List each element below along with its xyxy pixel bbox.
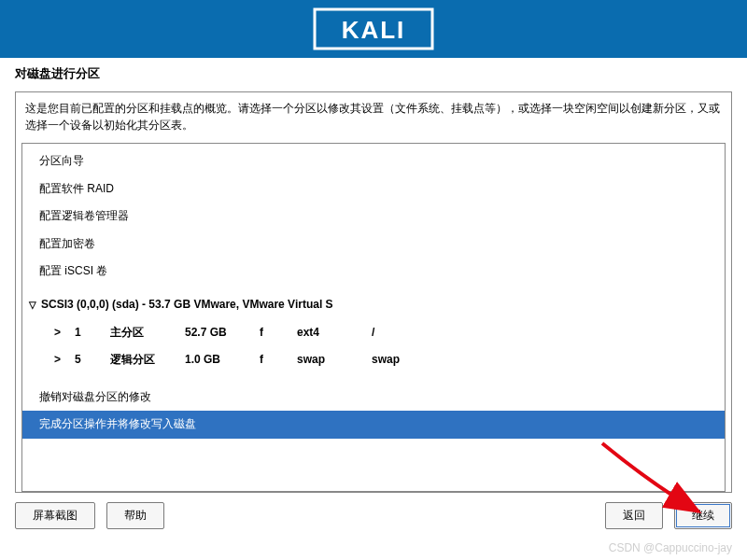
- watermark: CSDN @Cappuccino-jay: [609, 541, 732, 554]
- partition-row[interactable]: > 5 逻辑分区 1.0 GB f swap swap: [22, 346, 725, 374]
- menu-lvm[interactable]: 配置逻辑卷管理器: [22, 203, 725, 231]
- finish-partitioning[interactable]: 完成分区操作并将修改写入磁盘: [22, 411, 725, 439]
- disk-row[interactable]: ▽ SCSI3 (0,0,0) (sda) - 53.7 GB VMware, …: [22, 286, 725, 319]
- back-button[interactable]: 返回: [605, 502, 663, 529]
- expand-icon: ▽: [26, 297, 39, 314]
- svg-text:KALI: KALI: [342, 16, 406, 44]
- partition-type: 逻辑分区: [110, 350, 185, 371]
- continue-button[interactable]: 继续: [674, 502, 732, 529]
- partition-row[interactable]: > 1 主分区 52.7 GB f ext4 /: [22, 319, 725, 347]
- disk-label: SCSI3 (0,0,0) (sda) - 53.7 GB VMware, VM…: [41, 295, 333, 315]
- undo-changes[interactable]: 撤销对磁盘分区的修改: [22, 384, 725, 412]
- description-text: 这是您目前已配置的分区和挂载点的概览。请选择一个分区以修改其设置（文件系统、挂载…: [16, 100, 731, 143]
- partition-mount: swap: [372, 350, 428, 371]
- partition-mount: /: [372, 323, 428, 343]
- partition-fs: ext4: [297, 323, 372, 343]
- screenshot-button[interactable]: 屏幕截图: [15, 502, 95, 529]
- partition-fs: swap: [297, 350, 372, 371]
- partition-number: 5: [75, 350, 110, 371]
- page-title: 对磁盘进行分区: [0, 58, 747, 86]
- partition-indicator: >: [54, 350, 75, 371]
- partition-number: 1: [75, 323, 110, 343]
- kali-logo: KALI: [313, 7, 434, 50]
- menu-guided[interactable]: 分区向导: [22, 147, 725, 175]
- partition-flag: f: [260, 323, 297, 343]
- header-banner: KALI: [0, 0, 747, 58]
- partition-size: 52.7 GB: [185, 323, 260, 343]
- partition-list: 分区向导 配置软件 RAID 配置逻辑卷管理器 配置加密卷 配置 iSCSI 卷…: [21, 143, 726, 492]
- partition-size: 1.0 GB: [185, 350, 260, 371]
- menu-iscsi[interactable]: 配置 iSCSI 卷: [22, 258, 725, 286]
- partition-flag: f: [260, 350, 297, 371]
- menu-raid[interactable]: 配置软件 RAID: [22, 175, 725, 203]
- spacer: [22, 374, 725, 384]
- menu-crypt[interactable]: 配置加密卷: [22, 231, 725, 259]
- main-panel: 这是您目前已配置的分区和挂载点的概览。请选择一个分区以修改其设置（文件系统、挂载…: [15, 91, 732, 493]
- partition-type: 主分区: [110, 323, 185, 343]
- button-bar: 屏幕截图 帮助 返回 继续: [0, 493, 747, 529]
- partition-indicator: >: [54, 323, 75, 343]
- help-button[interactable]: 帮助: [106, 502, 164, 529]
